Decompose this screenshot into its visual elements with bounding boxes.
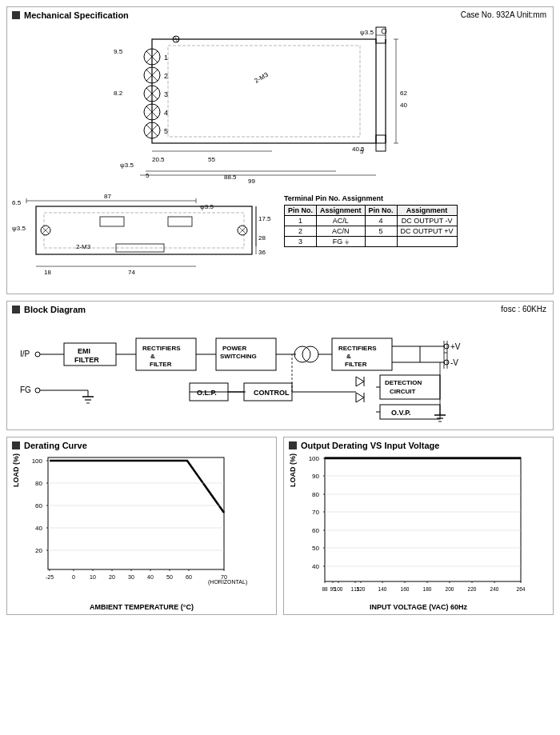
ox-tick-180: 180	[423, 586, 432, 592]
fosc-label: fosc : 60KHz	[501, 305, 546, 314]
block-section: Block Diagram fosc : 60KHz I/P EMI FILTE…	[6, 301, 554, 430]
ox-tick-120: 120	[357, 586, 366, 592]
ox-tick-220: 220	[468, 586, 477, 592]
dim-5: 5	[146, 172, 150, 179]
dim-psi3.5-left: ψ3.5	[12, 225, 26, 232]
dim-psi3.5-top: ψ3.5	[360, 29, 374, 36]
oy-tick-70: 70	[312, 509, 319, 516]
ox-tick-240: 240	[490, 586, 499, 592]
pin-3: 3	[285, 237, 317, 247]
dim-87: 87	[104, 193, 111, 200]
dim-40: 40	[400, 102, 407, 109]
pin4-label: 4	[164, 109, 168, 117]
output-y-label: LOAD (%)	[289, 453, 297, 487]
dim-2m3-bottom: 2-M3	[76, 243, 91, 250]
dim-62: 62	[400, 90, 407, 97]
oy-tick-50: 50	[312, 545, 319, 552]
oy-tick-100: 100	[309, 455, 320, 462]
th-pin2: Pin No.	[365, 206, 397, 216]
assign-4: DC OUTPUT -V	[397, 216, 457, 226]
ox-tick-140: 140	[378, 586, 387, 592]
block-title: Block Diagram	[24, 305, 86, 314]
assign-3: FG ⏚	[317, 237, 366, 247]
svg-point-67	[444, 360, 449, 365]
svg-rect-1	[168, 46, 360, 137]
output-chart: 100 90 80 70 60 50 40 88 95	[297, 453, 533, 601]
output-title: Output Derating VS Input Voltage	[301, 441, 439, 450]
dim-55: 55	[208, 156, 215, 163]
pin3-label: 3	[164, 90, 168, 98]
ox-tick-100: 100	[334, 586, 343, 592]
output-header-icon	[289, 441, 297, 449]
assign-1: AC/L	[317, 216, 366, 226]
svg-marker-85	[356, 393, 364, 402]
svg-rect-33	[36, 206, 252, 254]
ox-tick-200: 200	[446, 586, 454, 592]
x-tick-60: 60	[186, 574, 192, 580]
table-row: 2 AC/N 5 DC OUTPUT +V	[285, 226, 458, 237]
y-tick-100: 100	[32, 457, 43, 465]
x-tick-0: 0	[72, 574, 75, 580]
dim-74: 74	[128, 269, 135, 276]
assign-5: DC OUTPUT +V	[397, 226, 457, 237]
ox-tick-264: 264	[517, 586, 526, 592]
dim-5-right: 5	[360, 148, 364, 155]
dim-9.5: 9.5	[114, 48, 123, 55]
control-label: CONTROL	[254, 389, 290, 397]
rect2-label1: RECTIFIERS	[338, 345, 377, 352]
derating-title: Derating Curve	[24, 441, 87, 450]
mech-title: Mechanical Specification	[24, 10, 129, 20]
x-tick--25: -25	[46, 574, 54, 580]
block-header-icon	[12, 306, 20, 314]
dim-20.5: 20.5	[152, 156, 165, 163]
derating-header-icon	[12, 441, 20, 449]
fg-label: FG	[20, 385, 31, 394]
rect1-label1: RECTIFIERS	[142, 345, 181, 352]
th-assign2: Assignment	[397, 206, 457, 216]
x-tick-30: 30	[128, 574, 134, 580]
pin1-label: 1	[164, 54, 168, 62]
block-header: Block Diagram	[12, 305, 548, 314]
svg-rect-42	[168, 217, 192, 226]
svg-rect-34	[44, 213, 244, 248]
case-info: Case No. 932A Unit:mm	[461, 10, 546, 19]
output-chart-inner: LOAD (%) 100 90 80 70 60 50 40	[289, 453, 548, 601]
svg-point-52	[35, 352, 40, 357]
pin2-label: 2	[164, 72, 168, 80]
dim-18: 18	[44, 269, 51, 276]
pin-2: 2	[285, 226, 317, 237]
olp-label: O.L.P.	[197, 389, 217, 397]
dim-8.2: 8.2	[114, 90, 123, 97]
dim-36: 36	[258, 249, 266, 256]
dim-6.5: 6.5	[12, 199, 22, 206]
derating-x-label: AMBIENT TEMPERATURE (°C)	[12, 603, 271, 611]
emi-filter-label2: FILTER	[74, 356, 99, 364]
ip-label: I/P	[20, 350, 30, 358]
dim-99: 99	[248, 178, 255, 183]
oy-tick-90: 90	[312, 473, 319, 480]
y-tick-40: 40	[35, 525, 42, 532]
ox-tick-88: 88	[322, 586, 328, 592]
emi-filter-label1: EMI	[78, 347, 90, 355]
svg-marker-83	[356, 377, 364, 386]
mech-drawing-top: 1 2 3 4 5 9.5 8.2 ψ	[112, 23, 448, 183]
dim-28: 28	[258, 234, 266, 242]
rect2-label2: &	[346, 353, 351, 360]
pin-4: 4	[365, 216, 397, 226]
dim-17.5: 17.5	[258, 215, 271, 222]
mechanical-section: Mechanical Specification Case No. 932A U…	[6, 6, 554, 294]
ps-label1: POWER	[222, 345, 246, 352]
oy-tick-80: 80	[312, 491, 319, 498]
pin-empty	[365, 237, 397, 247]
ovp-label: O.V.P.	[391, 409, 411, 417]
x-tick-50: 50	[166, 574, 173, 580]
derating-chart: 100 80 60 40 20 -25 0 10 20	[20, 453, 256, 601]
mech-header-icon	[12, 11, 20, 19]
output-header: Output Derating VS Input Voltage	[289, 441, 548, 450]
table-row: 3 FG ⏚	[285, 237, 458, 247]
th-pin1: Pin No.	[285, 206, 317, 216]
ox-tick-160: 160	[401, 586, 410, 592]
terminal-table-title: Terminal Pin No. Assignment	[284, 194, 458, 202]
derating-header: Derating Curve	[12, 441, 271, 450]
oy-tick-60: 60	[312, 527, 319, 534]
